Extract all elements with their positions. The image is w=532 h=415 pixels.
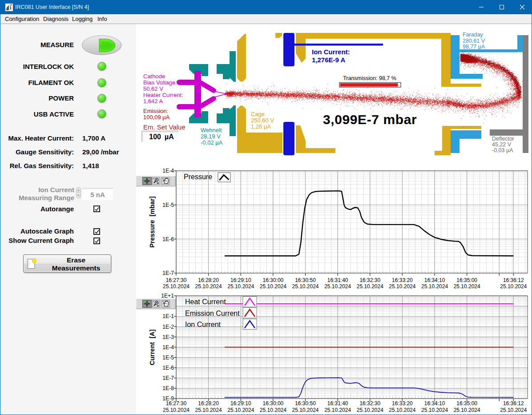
svg-text:-0,03 µA: -0,03 µA [492, 147, 513, 153]
svg-text:1E-4: 1E-4 [162, 168, 174, 174]
svg-text:45,22 V: 45,22 V [492, 141, 512, 148]
svg-text:Cathode: Cathode [143, 73, 165, 80]
svg-text:25.10.2024: 25.10.2024 [500, 283, 527, 290]
svg-text:16:30:50: 16:30:50 [295, 400, 316, 407]
svg-text:Transmission: 98,7 %: Transmission: 98,7 % [343, 75, 396, 81]
svg-text:1E-7: 1E-7 [162, 270, 174, 276]
svg-text:16:30:50: 16:30:50 [295, 277, 316, 283]
svg-text:16:30:00: 16:30:00 [263, 400, 284, 407]
svg-text:Ion Current: Ion Current [185, 321, 221, 328]
svg-text:25.10.2024: 25.10.2024 [163, 283, 189, 290]
svg-text:Deflector: Deflector [492, 136, 514, 142]
svg-text:1E-2: 1E-2 [162, 324, 174, 330]
svg-text:1E-5: 1E-5 [162, 355, 174, 361]
svg-text:25.10.2024: 25.10.2024 [454, 283, 480, 290]
svg-text:Cage: Cage [251, 111, 265, 117]
svg-text:25.10.2024: 25.10.2024 [324, 283, 351, 290]
svg-text:25.10.2024: 25.10.2024 [324, 407, 351, 413]
svg-text:16:28:20: 16:28:20 [198, 277, 219, 283]
svg-text:1E-8: 1E-8 [162, 385, 174, 391]
svg-text:1: 1 [9, 5, 12, 10]
svg-text:Wehnelt: Wehnelt [201, 127, 222, 133]
svg-text:50,62 V: 50,62 V [143, 85, 163, 92]
svg-text:Em. Set Value: Em. Set Value [143, 123, 185, 131]
svg-text:16:34:10: 16:34:10 [424, 277, 445, 283]
svg-text:1E-6: 1E-6 [162, 365, 174, 371]
svg-text:25.10.2024: 25.10.2024 [260, 407, 286, 413]
svg-text:16:36:12: 16:36:12 [503, 400, 524, 407]
svg-text:1E+1: 1E+1 [161, 293, 174, 299]
svg-text:µA: µA [165, 133, 174, 141]
svg-text:Faraday: Faraday [463, 32, 484, 38]
svg-text:25.10.2024: 25.10.2024 [421, 283, 448, 290]
svg-text:25.10.2024: 25.10.2024 [292, 407, 318, 413]
svg-text:16:35:00: 16:35:00 [456, 277, 477, 283]
svg-text:Bias Voltage:: Bias Voltage: [143, 79, 177, 86]
svg-text:25.10.2024: 25.10.2024 [195, 283, 222, 290]
svg-text:1,642 A: 1,642 A [143, 98, 163, 105]
svg-text:16:28:20: 16:28:20 [198, 400, 219, 407]
svg-text:98,77 µA: 98,77 µA [463, 44, 485, 50]
svg-text:1E-7: 1E-7 [162, 375, 174, 381]
svg-text:25.10.2024: 25.10.2024 [292, 283, 318, 290]
svg-text:Emission Current: Emission Current [185, 310, 240, 317]
svg-text:Ion Current:: Ion Current: [312, 48, 350, 56]
svg-text:16:32:30: 16:32:30 [359, 277, 380, 283]
svg-text:25.10.2024: 25.10.2024 [357, 407, 383, 413]
svg-text:25.10.2024: 25.10.2024 [195, 407, 222, 413]
svg-text:100,09 µA: 100,09 µA [143, 114, 170, 121]
svg-text:25.10.2024: 25.10.2024 [500, 407, 527, 413]
svg-text:1E-5: 1E-5 [162, 202, 174, 208]
svg-text:280,61 V: 280,61 V [463, 38, 485, 44]
svg-text:28,19 V: 28,19 V [201, 133, 221, 140]
svg-text:Heat Current: Heat Current [185, 298, 226, 306]
svg-text:16:30:00: 16:30:00 [263, 277, 284, 283]
svg-text:16:27:30: 16:27:30 [166, 277, 187, 283]
svg-text:16:31:40: 16:31:40 [327, 400, 348, 407]
svg-text:25.10.2024: 25.10.2024 [227, 407, 254, 413]
svg-text:16:29:10: 16:29:10 [230, 400, 251, 407]
svg-text:1E-3: 1E-3 [162, 334, 174, 340]
svg-text:1,26 µA: 1,26 µA [251, 123, 271, 130]
svg-text:1,276E-9 A: 1,276E-9 A [312, 56, 345, 64]
svg-text:-0,02 µA: -0,02 µA [201, 139, 223, 146]
svg-text:16:36:12: 16:36:12 [503, 277, 524, 283]
svg-text:16:27:30: 16:27:30 [166, 400, 187, 407]
svg-text:Pressure: Pressure [184, 173, 212, 181]
svg-text:Current [A]: Current [A] [149, 330, 156, 366]
svg-text:Emission:: Emission: [143, 108, 168, 114]
svg-text:16:34:10: 16:34:10 [424, 400, 445, 407]
svg-text:16:32:30: 16:32:30 [359, 400, 380, 407]
svg-text:3,099E-7 mbar: 3,099E-7 mbar [323, 112, 417, 127]
svg-text:25.10.2024: 25.10.2024 [163, 407, 189, 413]
svg-text:16:35:00: 16:35:00 [456, 400, 477, 407]
svg-text:16:31:40: 16:31:40 [327, 277, 348, 283]
svg-text:Pressure [mbar]: Pressure [mbar] [149, 196, 156, 247]
svg-text:25.10.2024: 25.10.2024 [389, 283, 415, 290]
svg-text:1E-4: 1E-4 [162, 344, 174, 351]
svg-text:16:33:20: 16:33:20 [392, 277, 413, 283]
svg-text:16:29:10: 16:29:10 [230, 277, 251, 283]
svg-text:Heater Current:: Heater Current: [143, 92, 183, 98]
svg-text:16:33:20: 16:33:20 [392, 400, 413, 407]
svg-text:250,60 V: 250,60 V [251, 117, 274, 124]
svg-text:25.10.2024: 25.10.2024 [389, 407, 415, 413]
svg-text:100: 100 [149, 133, 161, 141]
svg-text:25.10.2024: 25.10.2024 [454, 407, 480, 413]
svg-text:25.10.2024: 25.10.2024 [260, 283, 286, 290]
svg-text:25.10.2024: 25.10.2024 [357, 283, 383, 290]
svg-text:1E-1: 1E-1 [162, 313, 174, 319]
svg-text:1E-6: 1E-6 [162, 236, 174, 242]
svg-text:25.10.2024: 25.10.2024 [421, 407, 448, 413]
svg-text:25.10.2024: 25.10.2024 [227, 283, 254, 290]
